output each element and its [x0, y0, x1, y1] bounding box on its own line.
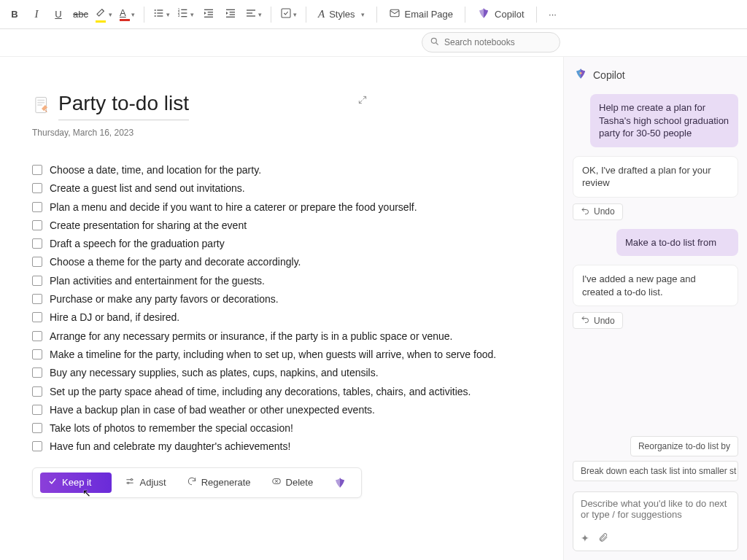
todo-tag-button[interactable]: ▾ — [277, 4, 300, 25]
copilot-toolbar-button[interactable]: Copilot — [471, 4, 530, 25]
align-button[interactable]: ▾ — [242, 4, 265, 25]
todo-item[interactable]: Have a backup plan in case of bad weathe… — [32, 402, 534, 417]
checkbox[interactable] — [32, 238, 42, 249]
checkbox[interactable] — [32, 423, 42, 433]
highlight-color-button[interactable]: ▾ — [93, 4, 115, 25]
svg-rect-24 — [390, 9, 399, 16]
attachment-icon[interactable] — [598, 532, 608, 545]
composer[interactable]: ✦ — [573, 491, 738, 551]
bullet-list-button[interactable]: ▾ — [150, 4, 173, 25]
todo-item[interactable]: Plan a menu and decide if you want to hi… — [32, 200, 534, 214]
undo-icon — [581, 315, 589, 326]
italic-button[interactable]: I — [26, 4, 47, 25]
copilot-inline-bar: Keep it ↖ Adjust Regenerate Delete — [32, 467, 362, 498]
copilot-icon — [477, 7, 490, 22]
todo-item[interactable]: Take lots of photos to remember the spec… — [32, 421, 534, 435]
sub-bar — [0, 29, 747, 57]
bold-button[interactable]: B — [4, 4, 25, 25]
checkbox[interactable] — [32, 276, 42, 286]
svg-rect-18 — [230, 14, 235, 15]
styles-icon: A — [318, 8, 325, 20]
undo-button[interactable]: Undo — [573, 312, 623, 329]
checkbox[interactable] — [32, 368, 42, 378]
svg-rect-22 — [247, 15, 255, 16]
svg-rect-3 — [157, 9, 163, 10]
todo-item[interactable]: Purchase or make any party favors or dec… — [32, 292, 534, 306]
search-input[interactable] — [444, 37, 552, 47]
svg-rect-20 — [247, 9, 255, 10]
todo-item[interactable]: Buy any necessary supplies, such as plat… — [32, 365, 534, 380]
strikethrough-button[interactable]: abc — [70, 4, 91, 25]
sparkle-icon[interactable]: ✦ — [581, 532, 589, 545]
copilot-title: Copilot — [593, 69, 625, 81]
svg-text:3: 3 — [178, 14, 180, 18]
checkbox[interactable] — [32, 312, 42, 322]
assistant-message: I've added a new page and created a to-d… — [573, 265, 738, 306]
checkbox[interactable] — [32, 386, 42, 397]
delete-button[interactable]: Delete — [264, 472, 321, 493]
svg-point-25 — [431, 38, 436, 43]
outdent-button[interactable] — [198, 4, 219, 25]
indent-button[interactable] — [220, 4, 241, 25]
todo-item[interactable]: Arrange for any necessary permits or ins… — [32, 329, 534, 343]
copilot-icon — [574, 67, 587, 82]
suggestion-chip[interactable]: Reorganize to-do list by — [630, 436, 738, 456]
svg-point-2 — [155, 15, 156, 17]
todo-item[interactable]: Draft a speech for the graduation party — [32, 236, 534, 251]
checkbox[interactable] — [32, 331, 42, 341]
delete-icon — [271, 476, 282, 489]
undo-icon — [581, 206, 589, 217]
formatting-toolbar: B I U abc ▾ A▾ ▾ 123▾ ▾ ▾ AStyles▾ Email… — [0, 0, 747, 29]
checkbox[interactable] — [32, 257, 42, 267]
checkbox[interactable] — [32, 165, 42, 175]
todo-tag-icon — [280, 7, 292, 21]
check-icon — [47, 476, 58, 489]
checkbox[interactable] — [32, 405, 42, 415]
page-canvas[interactable]: Party to-do list Thursday, March 16, 202… — [0, 57, 563, 560]
copilot-inline-icon[interactable] — [326, 472, 354, 493]
svg-rect-28 — [37, 102, 44, 104]
todo-item[interactable]: Plan activities and entertainment for th… — [32, 273, 534, 288]
search-box[interactable] — [422, 32, 560, 52]
keep-it-button[interactable]: Keep it ↖ — [40, 472, 112, 493]
numbered-list-button[interactable]: 123▾ — [174, 4, 197, 25]
todo-item[interactable]: Set up the party space ahead of time, in… — [32, 384, 534, 399]
todo-list: Choose a date, time, and location for th… — [32, 163, 534, 454]
more-button[interactable]: ··· — [543, 4, 563, 25]
regenerate-button[interactable]: Regenerate — [179, 472, 258, 493]
adjust-button[interactable]: Adjust — [117, 472, 173, 493]
copilot-panel-header: Copilot — [564, 57, 747, 87]
email-page-button[interactable]: Email Page — [383, 4, 459, 25]
checkbox[interactable] — [32, 441, 42, 451]
todo-item[interactable]: Hire a DJ or band, if desired. — [32, 310, 534, 324]
checkbox[interactable] — [32, 220, 42, 230]
svg-rect-19 — [226, 17, 235, 18]
svg-rect-17 — [230, 12, 235, 12]
todo-item[interactable]: Create a guest list and send out invitat… — [32, 181, 534, 195]
underline-button[interactable]: U — [48, 4, 69, 25]
checkbox[interactable] — [32, 202, 42, 212]
todo-item[interactable]: Have fun and celebrate my daughter's ach… — [32, 439, 534, 454]
assistant-message: OK, I've drafted a plan for your review — [573, 156, 738, 198]
user-message: Help me create a plan for Tasha's high s… — [590, 94, 738, 147]
svg-rect-23 — [282, 9, 290, 18]
checkbox[interactable] — [32, 294, 42, 304]
expand-icon[interactable] — [357, 95, 368, 107]
todo-item[interactable]: Create presentation for sharing at the e… — [32, 218, 534, 233]
suggestion-chip[interactable]: Break down each task list into smaller s… — [573, 461, 738, 481]
todo-item[interactable]: Make a timeline for the party, including… — [32, 347, 534, 362]
page-date: Thursday, March 16, 2023 — [32, 128, 534, 138]
undo-button[interactable]: Undo — [573, 203, 623, 220]
todo-item[interactable]: Choose a date, time, and location for th… — [32, 163, 534, 177]
todo-item[interactable]: Choose a theme for the party and decorat… — [32, 254, 534, 269]
page-title[interactable]: Party to-do list — [58, 92, 189, 120]
highlighter-icon — [96, 6, 107, 23]
font-color-button[interactable]: A▾ — [117, 4, 138, 25]
composer-input[interactable] — [581, 498, 730, 527]
checkbox[interactable] — [32, 183, 42, 193]
svg-point-1 — [155, 12, 156, 14]
styles-dropdown[interactable]: AStyles▾ — [312, 4, 371, 25]
svg-rect-5 — [157, 15, 163, 16]
svg-rect-9 — [181, 9, 187, 10]
checkbox[interactable] — [32, 349, 42, 359]
